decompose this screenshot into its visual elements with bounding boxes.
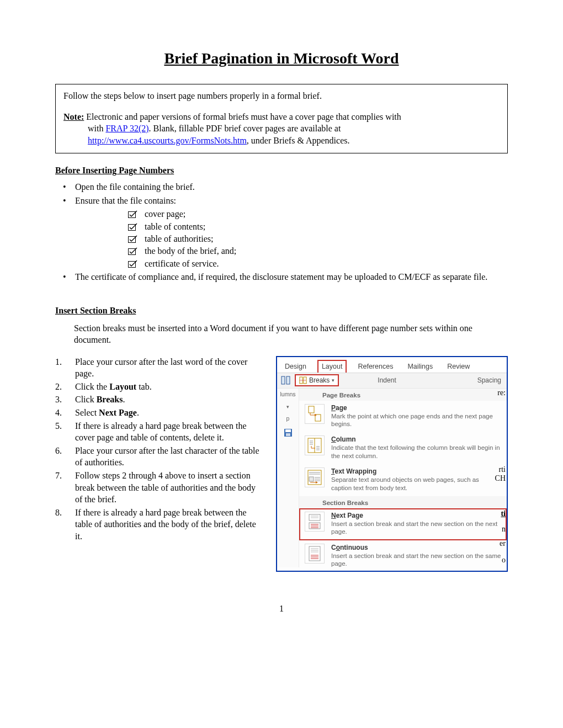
checkbox-checked-icon [128,247,138,255]
svg-rect-1 [129,224,136,230]
menu-item-continuous[interactable]: er o ContinuousContinuous Insert a secti… [299,540,507,568]
step-item: If there is already a hard page break be… [55,420,265,444]
checkbox-checked-icon [128,223,138,231]
edge-text: CH [495,474,506,483]
note-box: Follow the steps below to insert page nu… [55,84,508,153]
steps-list: Place your cursor after the last word of… [55,356,265,543]
tab-review[interactable]: Review [444,361,473,373]
before-bullet-list: Open the file containing the brief. Ensu… [55,181,508,283]
menu-item-title: ColumnColumn [331,435,501,443]
menu-item-textwrap[interactable]: rti CH Text WrappingText Wrapping Separa… [299,464,507,496]
columns-icon[interactable] [278,374,294,386]
svg-rect-3 [129,249,136,255]
ribbon-tabs: Design Layout References Mailings Review [277,357,507,373]
svg-rect-6 [286,376,290,384]
edge-text: ti [501,509,506,518]
step-text: . [137,408,139,417]
checkbox-checked-icon [128,260,138,268]
section-heading-before: Before Inserting Page Numbers [55,166,508,176]
step-text: . [123,395,125,404]
tab-layout[interactable]: Layout [317,360,347,373]
text-wrapping-icon [305,467,325,487]
step-bold: Next Page [99,408,137,417]
note-text-1: Electronic and paper versions of formal … [84,112,401,121]
menu-item-title: ContinuousContinuous [331,544,501,551]
edge-text: re: [497,389,506,397]
menu-item-desc: Insert a section break and start the new… [331,520,501,536]
note-label: Note: [63,112,84,121]
ribbon-row: Breaks ▾ Indent Spacing [277,373,507,388]
step-item: Select Next Page. [55,407,265,419]
menu-item-column[interactable]: ColumnColumn Indicate that the text foll… [299,432,507,464]
tab-design[interactable]: Design [282,361,310,373]
svg-rect-14 [315,415,321,421]
note-text-pre: with [88,124,105,133]
forms-url-link[interactable]: http://www.ca4.uscourts.gov/FormsNots.ht… [88,136,247,145]
bullet-item: The certificate of compliance and, if re… [55,271,508,283]
menu-item-title: Next PageNext Page [331,512,501,519]
page-number: 1 [55,604,508,614]
check-item: table of contents; [128,221,508,233]
menu-item-next-page[interactable]: ti n Next PageNext Page Insert a section… [299,508,507,540]
breaks-button[interactable]: Breaks ▾ [295,374,339,386]
menu-item-desc: Separate text around objects on web page… [331,476,501,492]
step-item: Click Breaks. [55,394,265,406]
edge-text: n [502,525,506,534]
bullet-text: Ensure that the file contains: [75,196,176,205]
check-item: cover page; [128,208,508,220]
note-intro: Follow the steps below to insert page nu… [63,90,500,102]
menu-item-title: PPageage [331,404,501,412]
svg-rect-2 [129,236,136,242]
menu-item-page[interactable]: re: PPageage Mark the point at which one… [299,401,507,433]
tab-references[interactable]: References [354,361,396,373]
edge-text: o [502,556,506,565]
group-page-breaks: Page Breaks [299,389,507,401]
menu-item-title: Text WrappingText Wrapping [331,467,501,475]
gutter-lumns: lumns [280,391,295,397]
breaks-icon [299,376,307,384]
checklist: cover page; table of contents; table of … [128,208,508,270]
menu-item-desc: Mark the point at which one page ends an… [331,412,501,428]
checkbox-checked-icon [128,210,138,218]
continuous-icon [305,544,325,564]
next-page-icon [305,512,325,532]
check-label: certificate of service. [145,258,219,270]
svg-rect-0 [129,212,136,218]
breaks-dropdown: lumns ▾ p Page Breaks re: [277,388,507,571]
gutter-column: lumns ▾ p [277,389,299,568]
gutter-p: p [286,415,290,422]
step-bold: Breaks [97,395,123,404]
word-screenshot: Design Layout References Mailings Review… [276,356,508,572]
caret-down-icon: ▾ [332,378,334,383]
svg-rect-5 [282,376,285,384]
svg-rect-8 [304,377,306,384]
check-label: the body of the brief, and; [145,245,236,257]
edge-text: er [500,539,506,548]
note-text-2: . Blank, fillable PDF brief cover pages … [149,124,341,133]
spacing-label: Spacing [477,376,501,384]
chevron-down-icon[interactable]: ▾ [286,404,289,410]
step-bold: Layout [109,382,136,391]
step-text: Click the [75,382,109,391]
note-text-3: , under Briefs & Appendices. [247,136,350,145]
tab-mailings[interactable]: Mailings [404,361,436,373]
bullet-item: Ensure that the file contains: cover pag… [55,195,508,270]
svg-rect-25 [309,477,314,481]
check-item: certificate of service. [128,258,508,270]
bullet-item: Open the file containing the brief. [55,181,508,193]
checkbox-checked-icon [128,235,138,243]
save-icon[interactable] [284,428,293,439]
step-item: Click the Layout tab. [55,381,265,393]
page-title: Brief Pagination in Microsoft Word [55,50,508,67]
frap-link[interactable]: FRAP 32(2) [105,124,148,133]
svg-rect-12 [286,433,290,436]
column-break-icon [305,435,325,455]
indent-label: Indent [378,376,396,384]
step-item: Follow steps 2 through 4 above to insert… [55,470,265,506]
menu-item-desc: Insert a section break and start the new… [331,552,501,568]
check-item: table of authorities; [128,233,508,245]
section-heading-insert: Insert Section Breaks [55,306,508,316]
step-item: If there is already a hard page break be… [55,507,265,543]
breaks-label: Breaks [309,376,330,384]
group-section-breaks: Section Breaks [299,496,507,508]
